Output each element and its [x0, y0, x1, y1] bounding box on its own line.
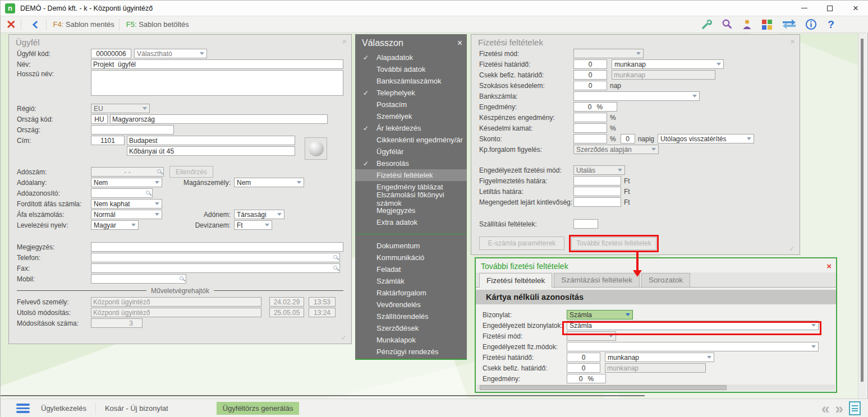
- payment-due-input[interactable]: [573, 59, 607, 69]
- close-button[interactable]: ×: [843, 1, 868, 16]
- skonto-input[interactable]: [573, 134, 607, 143]
- phone-input[interactable]: [91, 253, 340, 262]
- info-icon[interactable]: [805, 18, 817, 31]
- payment-due-unit-dropdown[interactable]: munkanap: [605, 353, 714, 362]
- close-icon[interactable]: ×: [457, 38, 462, 48]
- tax-type-dropdown[interactable]: Társasági: [234, 210, 284, 219]
- payment-due-input[interactable]: [567, 353, 600, 362]
- menu-item-munkalapok[interactable]: Munkalapok: [355, 334, 467, 346]
- allowed-payment-methods-dropdown[interactable]: [567, 342, 819, 351]
- fax-input[interactable]: [91, 263, 340, 273]
- country-input[interactable]: [91, 125, 174, 135]
- skonto-days-input[interactable]: [621, 134, 635, 143]
- long-name-textarea[interactable]: [91, 70, 343, 96]
- zip-input[interactable]: [91, 136, 125, 145]
- document-list-icon[interactable]: [849, 401, 861, 415]
- payment-method-dropdown[interactable]: [573, 49, 644, 58]
- menu-item-bankszamlaszamok[interactable]: Bankszámlaszámok: [355, 75, 467, 87]
- cash-traffic-watch-dropdown[interactable]: Szerződés alapján: [573, 145, 659, 154]
- mobile-input[interactable]: [91, 274, 186, 284]
- tax-id-input[interactable]: [91, 188, 153, 198]
- statusbar-item-kosar[interactable]: Kosár - Új bizonylat: [96, 402, 177, 415]
- tab-sorozatok[interactable]: Sorozatok: [641, 273, 690, 287]
- skonto-type-dropdown[interactable]: Utólagos visszatérítés: [658, 134, 754, 143]
- street-input[interactable]: [127, 146, 295, 156]
- country-name-input[interactable]: [110, 114, 328, 124]
- menu-item-alapadatok[interactable]: ✓Alapadatok: [355, 52, 467, 63]
- document-dropdown[interactable]: Számla: [567, 310, 633, 319]
- vertical-scrollbar[interactable]: [858, 33, 865, 399]
- note-input[interactable]: [91, 242, 343, 252]
- block-limit-input[interactable]: [573, 187, 621, 196]
- customer-code-type-dropdown[interactable]: Választható: [134, 49, 207, 58]
- warning-limit-input[interactable]: [573, 176, 621, 186]
- currency-dropdown[interactable]: Ft: [234, 220, 272, 230]
- menu-item-ugyfelar[interactable]: Ügyfélár: [355, 146, 467, 157]
- more-payment-terms-button[interactable]: További fizetési feltételek: [571, 237, 656, 250]
- discount-input[interactable]: 0%: [567, 374, 606, 383]
- maximize-button[interactable]: [817, 1, 843, 16]
- statusbar-item-ugyletkezeles[interactable]: Ügyletkezelés: [32, 402, 95, 415]
- tax-subject-dropdown[interactable]: Nem: [91, 178, 162, 187]
- country-code-input[interactable]: [91, 114, 108, 124]
- close-icon[interactable]: ×: [790, 37, 795, 45]
- search-icon[interactable]: [720, 18, 733, 31]
- load-template-button[interactable]: F5: Sablon betöltés: [126, 20, 189, 29]
- menu-item-ar-lekerdezes[interactable]: ✓Ár lekérdezés: [355, 122, 467, 134]
- menu-item-telephelyek[interactable]: ✓Telephelyek: [355, 87, 467, 99]
- tools-wrench-icon[interactable]: [700, 18, 713, 31]
- name-input[interactable]: [91, 59, 343, 69]
- menu-item-dokumentum[interactable]: Dokumentum: [355, 240, 467, 252]
- verify-button[interactable]: Ellenőrzés: [169, 166, 213, 178]
- menu-item-postacim[interactable]: Postacím: [355, 99, 467, 110]
- menu-item-extra-adatok[interactable]: Extra adatok: [355, 216, 467, 228]
- map-globe-button[interactable]: [305, 137, 327, 160]
- check-due-input[interactable]: [567, 363, 600, 373]
- menu-item-szallitorendeles[interactable]: Szállítórendelés: [355, 311, 467, 322]
- payment-due-unit-dropdown[interactable]: munkanap: [612, 59, 724, 69]
- scrollbar-thumb[interactable]: [861, 39, 864, 382]
- menu-item-besorolas[interactable]: ✓Besorolás: [355, 157, 467, 169]
- late-interest-input[interactable]: [573, 123, 607, 133]
- modules-grid-icon[interactable]: [761, 18, 773, 31]
- cancel-icon[interactable]: ✕: [6, 18, 16, 30]
- shipping-terms-input[interactable]: [573, 219, 598, 229]
- check-due-input[interactable]: [573, 70, 607, 80]
- close-icon[interactable]: ×: [826, 261, 832, 271]
- next-page-icon[interactable]: »: [835, 401, 842, 416]
- menu-item-feladat[interactable]: Feladat: [355, 263, 467, 275]
- menu-item-elszamolasi-fokonyvi[interactable]: Elszámolási főkönyvi számok: [355, 193, 467, 205]
- mail-language-dropdown[interactable]: Magyar: [91, 220, 139, 230]
- allowed-overdue-input[interactable]: [573, 197, 621, 207]
- einvoice-params-button[interactable]: E-számla paraméterek: [479, 237, 564, 250]
- statusbar-item-ugyfeltorzs-generalas[interactable]: Ügyféltörzs generálás: [217, 402, 300, 415]
- bank-account-dropdown[interactable]: [573, 91, 700, 101]
- scrollbar-thumb[interactable]: [480, 385, 727, 390]
- menu-item-vevorendeles[interactable]: Vevőrendelés: [355, 299, 467, 311]
- payment-method-dropdown[interactable]: [567, 331, 616, 341]
- user-icon[interactable]: [741, 18, 753, 31]
- tax-number-input[interactable]: [91, 167, 164, 177]
- discount-input[interactable]: 0%: [573, 102, 617, 112]
- customer-code-input[interactable]: [91, 49, 131, 58]
- menu-item-fizetesi-feltetelek[interactable]: Fizetési feltételek: [355, 169, 467, 181]
- menu-item-szemelyek[interactable]: Személyek: [355, 110, 467, 122]
- transfer-arrows-icon[interactable]: [781, 18, 797, 31]
- menu-item-penzugyi-rendezes[interactable]: Pénzügyi rendezés: [355, 346, 467, 358]
- city-input[interactable]: [127, 136, 295, 145]
- save-template-button[interactable]: F4: Sablon mentés: [53, 20, 114, 29]
- allowed-documents-dropdown[interactable]: Számla: [567, 321, 819, 330]
- menu-item-kommunikacio[interactable]: Kommunikáció: [355, 252, 467, 263]
- close-icon[interactable]: ×: [342, 37, 347, 45]
- usual-delay-input[interactable]: [573, 81, 607, 90]
- horizontal-scrollbar[interactable]: [477, 384, 835, 391]
- menu-item-raktarforgalom[interactable]: Raktárforgalom: [355, 287, 467, 299]
- menu-item-szerzodesek[interactable]: Szerződések: [355, 322, 467, 334]
- back-icon[interactable]: [33, 20, 40, 28]
- private-person-dropdown[interactable]: Nem: [234, 178, 304, 187]
- minimize-button[interactable]: [791, 1, 817, 16]
- region-dropdown[interactable]: EU: [91, 104, 150, 113]
- cash-discount-input[interactable]: [573, 113, 607, 122]
- menu-item-tovabbi-adatok[interactable]: További adatok: [355, 63, 467, 75]
- previous-page-icon[interactable]: «: [821, 401, 828, 416]
